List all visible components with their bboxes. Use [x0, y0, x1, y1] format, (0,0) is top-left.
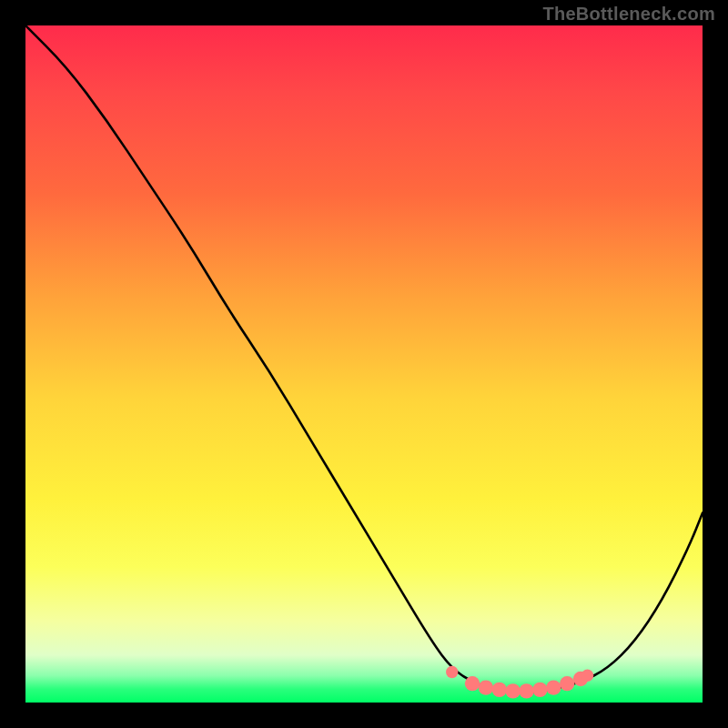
- bottleneck-curve: [25, 25, 703, 693]
- marker-point: [546, 680, 561, 694]
- chart-container: TheBottleneck.com: [0, 0, 728, 728]
- marker-point: [492, 682, 507, 697]
- marker-point: [446, 666, 458, 678]
- curve-svg: [25, 25, 703, 703]
- marker-point: [519, 683, 533, 698]
- marker-point: [532, 682, 547, 697]
- watermark-text: TheBottleneck.com: [542, 4, 715, 25]
- marker-point: [581, 670, 593, 682]
- marker-point: [505, 683, 520, 698]
- highlight-markers: [446, 666, 593, 699]
- marker-point: [560, 676, 574, 691]
- marker-point: [479, 680, 493, 694]
- marker-point: [465, 676, 480, 691]
- plot-area: [25, 25, 703, 703]
